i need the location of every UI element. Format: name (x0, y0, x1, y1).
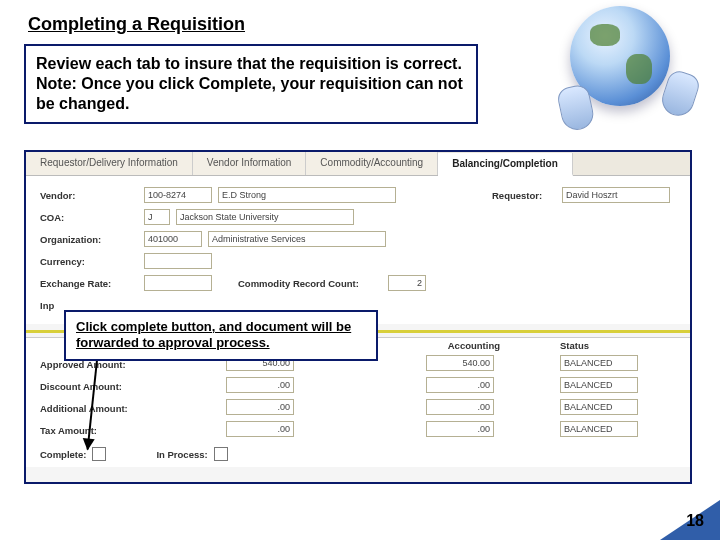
commodity-amount: .00 (226, 399, 294, 415)
slide: Completing a Requisition Review each tab… (0, 0, 720, 540)
tab-requestor-delivery[interactable]: Requestor/Delivery Information (26, 152, 193, 175)
complete-row: Complete: In Process: (26, 441, 690, 467)
complete-label: Complete: (40, 449, 86, 460)
table-row: Additional Amount: .00 .00 BALANCED (26, 397, 690, 419)
vendor-name-field[interactable]: E.D Strong (218, 187, 396, 203)
decorative-globe-art (530, 6, 700, 136)
status-value: BALANCED (560, 421, 638, 437)
page-title: Completing a Requisition (28, 14, 245, 35)
exchange-rate-label: Exchange Rate: (40, 278, 144, 289)
accounting-amount: .00 (426, 421, 494, 437)
row-label: Additional Amount: (40, 403, 160, 414)
commodity-count-field[interactable]: 2 (388, 275, 426, 291)
col-header-accounting: Accounting (360, 340, 560, 351)
table-row: Discount Amount: .00 .00 BALANCED (26, 375, 690, 397)
page-number: 18 (686, 512, 704, 530)
currency-field[interactable] (144, 253, 212, 269)
col-header-status: Status (560, 340, 589, 351)
status-value: BALANCED (560, 355, 638, 371)
organization-label: Organization: (40, 234, 144, 245)
requestor-field[interactable]: David Hoszrt (562, 187, 670, 203)
commodity-amount: .00 (226, 421, 294, 437)
in-process-label: In Process: (156, 449, 207, 460)
exchange-rate-field[interactable] (144, 275, 212, 291)
commodity-amount: .00 (226, 377, 294, 393)
status-value: BALANCED (560, 377, 638, 393)
organization-code-field[interactable]: 401000 (144, 231, 202, 247)
input-label: Inp (40, 300, 70, 311)
accounting-amount: .00 (426, 377, 494, 393)
tab-balancing-completion[interactable]: Balancing/Completion (438, 153, 573, 176)
status-value: BALANCED (560, 399, 638, 415)
coa-name-field[interactable]: Jackson State University (176, 209, 354, 225)
requestor-label: Requestor: (492, 190, 562, 201)
complete-callout: Click complete button, and document will… (64, 310, 378, 361)
vendor-code-field[interactable]: 100-8274 (144, 187, 212, 203)
organization-name-field[interactable]: Administrative Services (208, 231, 386, 247)
currency-label: Currency: (40, 256, 144, 267)
tab-commodity-accounting[interactable]: Commodity/Accounting (306, 152, 438, 175)
accounting-amount: .00 (426, 399, 494, 415)
complete-checkbox[interactable] (92, 447, 106, 461)
tab-bar: Requestor/Delivery Information Vendor In… (26, 152, 690, 176)
in-process-checkbox[interactable] (214, 447, 228, 461)
row-label: Tax Amount: (40, 425, 160, 436)
row-label: Discount Amount: (40, 381, 160, 392)
tab-vendor-information[interactable]: Vendor Information (193, 152, 307, 175)
table-row: Tax Amount: .00 .00 BALANCED (26, 419, 690, 441)
accounting-amount: 540.00 (426, 355, 494, 371)
coa-label: COA: (40, 212, 144, 223)
vendor-label: Vendor: (40, 190, 144, 201)
instruction-callout: Review each tab to insure that the requi… (24, 44, 478, 124)
form-area: Vendor: 100-8274 E.D Strong Requestor: D… (26, 176, 690, 324)
commodity-count-label: Commodity Record Count: (238, 278, 388, 289)
coa-code-field[interactable]: J (144, 209, 170, 225)
